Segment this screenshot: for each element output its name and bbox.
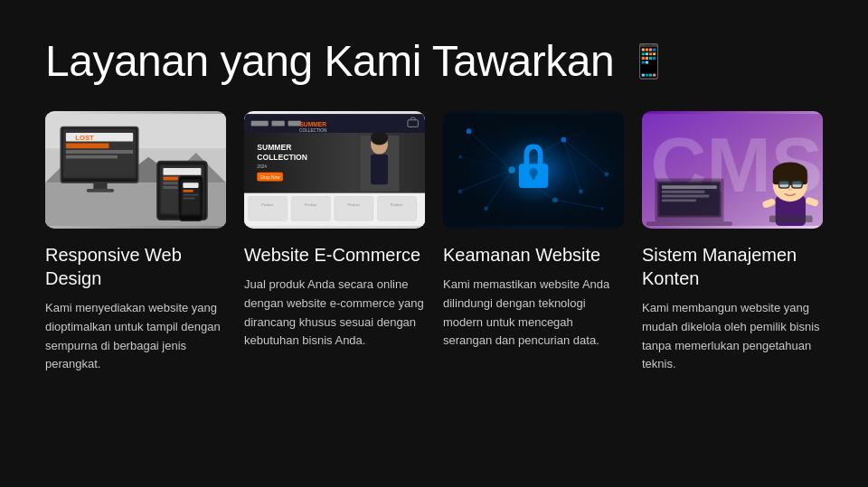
- svg-rect-52: [249, 197, 288, 221]
- svg-rect-14: [66, 155, 118, 159]
- mockup-svg: LOST: [45, 111, 226, 229]
- svg-text:Product: Product: [305, 203, 317, 207]
- svg-point-103: [788, 188, 792, 191]
- svg-rect-28: [183, 190, 193, 192]
- card-image-security: [443, 111, 624, 229]
- svg-point-79: [458, 155, 462, 159]
- svg-rect-30: [183, 197, 194, 199]
- svg-point-78: [484, 206, 488, 211]
- svg-text:Product: Product: [391, 203, 403, 207]
- card-title-ecommerce: Website E-Commerce: [244, 243, 425, 267]
- svg-rect-94: [646, 221, 732, 226]
- card-title-security: Keamanan Website: [443, 243, 624, 267]
- svg-rect-91: [662, 191, 705, 193]
- card-desc-cms: Kami membangun website yang mudah dikelo…: [642, 299, 823, 374]
- svg-point-71: [467, 128, 472, 134]
- svg-rect-35: [271, 121, 284, 126]
- svg-rect-33: [244, 114, 425, 133]
- cards-row: LOST Responsive Web Design Kami menyedia…: [45, 111, 823, 460]
- svg-rect-100: [778, 181, 788, 188]
- page-title: Layanan yang Kami Tawarkan: [45, 36, 614, 86]
- cms-svg: CMS: [642, 111, 823, 229]
- svg-rect-12: [66, 143, 109, 148]
- svg-text:COLLECTION: COLLECTION: [257, 153, 307, 162]
- svg-text:COLLECTION: COLLECTION: [299, 128, 327, 133]
- svg-point-76: [552, 197, 558, 202]
- ecommerce-svg: SUMMER COLLECTION: [244, 111, 425, 229]
- svg-text:2024: 2024: [257, 164, 267, 169]
- svg-rect-90: [662, 185, 717, 189]
- svg-rect-106: [769, 215, 813, 222]
- svg-point-74: [605, 172, 609, 176]
- security-svg: [443, 111, 624, 229]
- phone-icon: 📱: [628, 42, 669, 80]
- card-image-cms: CMS: [642, 111, 823, 229]
- svg-text:Shop Now: Shop Now: [260, 175, 280, 180]
- card-desc-responsive: Kami menyediakan website yang dioptimalk…: [45, 299, 226, 374]
- svg-text:LOST: LOST: [75, 134, 94, 142]
- card-ecommerce: SUMMER COLLECTION: [244, 111, 425, 460]
- svg-point-50: [371, 131, 388, 145]
- card-desc-security: Kami memastikan website Anda dilindungi …: [443, 276, 624, 351]
- svg-rect-16: [87, 189, 114, 192]
- page-title-row: Layanan yang Kami Tawarkan 📱: [45, 36, 823, 86]
- svg-rect-34: [251, 121, 269, 126]
- card-desc-ecommerce: Jual produk Anda secara online dengan we…: [244, 276, 425, 351]
- svg-rect-20: [163, 168, 201, 175]
- svg-rect-54: [335, 197, 373, 221]
- svg-rect-15: [93, 183, 107, 190]
- svg-rect-13: [66, 150, 133, 154]
- svg-rect-55: [378, 197, 417, 221]
- card-cms: CMS: [642, 111, 823, 460]
- svg-point-84: [499, 136, 568, 204]
- svg-point-73: [561, 137, 566, 143]
- svg-rect-93: [662, 199, 696, 201]
- svg-rect-92: [662, 195, 709, 198]
- page-container: Layanan yang Kami Tawarkan 📱: [0, 0, 868, 487]
- card-security: Keamanan Website Kami memastikan website…: [443, 111, 624, 460]
- card-image-ecommerce: SUMMER COLLECTION: [244, 111, 425, 229]
- svg-point-80: [579, 189, 583, 193]
- svg-text:Product: Product: [347, 203, 360, 207]
- svg-rect-49: [371, 155, 388, 184]
- svg-text:SUMMER: SUMMER: [257, 143, 292, 152]
- svg-rect-27: [183, 183, 198, 188]
- card-title-responsive: Responsive Web Design: [45, 243, 226, 290]
- card-image-responsive: LOST: [45, 111, 226, 229]
- svg-point-75: [458, 189, 463, 193]
- svg-text:Product: Product: [261, 203, 274, 207]
- card-responsive-web-design: LOST Responsive Web Design Kami menyedia…: [45, 111, 226, 460]
- svg-rect-29: [183, 194, 198, 196]
- card-title-cms: Sistem Manajemen Konten: [642, 243, 823, 290]
- svg-rect-101: [792, 181, 802, 188]
- svg-rect-53: [291, 197, 330, 221]
- svg-point-77: [600, 207, 604, 211]
- svg-text:SUMMER: SUMMER: [299, 121, 326, 127]
